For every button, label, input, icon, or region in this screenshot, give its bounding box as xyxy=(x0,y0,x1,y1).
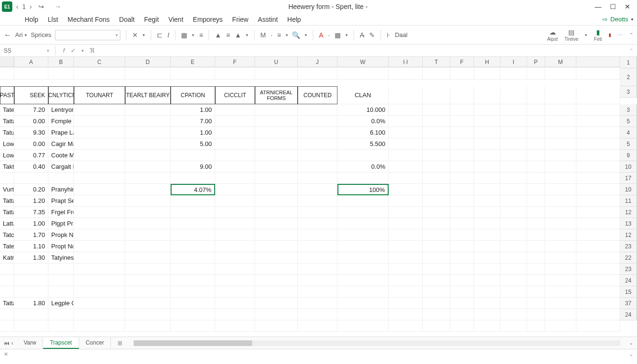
cell[interactable] xyxy=(423,298,450,309)
nav-redo-icon[interactable]: ↪ xyxy=(38,3,44,10)
toolbar-back-icon[interactable]: ← xyxy=(4,31,11,39)
cell-b[interactable] xyxy=(14,264,48,275)
cell[interactable] xyxy=(423,229,450,241)
cell[interactable] xyxy=(450,116,474,127)
cell[interactable] xyxy=(125,195,171,207)
cell[interactable] xyxy=(389,241,423,252)
cell[interactable] xyxy=(389,264,423,275)
cell-f[interactable] xyxy=(171,275,215,286)
lines-dd-icon[interactable]: ▾ xyxy=(286,33,288,37)
cell[interactable] xyxy=(298,68,337,80)
cell-b[interactable]: 1.80 xyxy=(14,298,48,309)
cell[interactable] xyxy=(527,241,545,252)
cell-b[interactable]: 1.10 xyxy=(14,241,48,252)
col-head-F[interactable]: F xyxy=(215,57,255,67)
cell[interactable] xyxy=(255,298,298,309)
cell[interactable] xyxy=(527,150,545,161)
cell-b[interactable]: 0.20 xyxy=(14,184,48,195)
cell[interactable] xyxy=(545,241,576,252)
cell[interactable] xyxy=(125,241,171,252)
row-head-22[interactable]: 22 xyxy=(620,252,637,264)
cell[interactable] xyxy=(125,252,171,264)
cell[interactable] xyxy=(500,207,527,218)
cell[interactable] xyxy=(500,218,527,229)
cell[interactable] xyxy=(527,161,545,173)
cell[interactable] xyxy=(527,116,545,127)
cell[interactable] xyxy=(74,150,125,161)
cell[interactable] xyxy=(576,320,620,332)
cell[interactable] xyxy=(74,320,125,332)
cell[interactable] xyxy=(545,264,576,275)
cell[interactable] xyxy=(576,252,620,264)
cell[interactable] xyxy=(74,207,125,218)
m-icon[interactable]: M xyxy=(260,31,266,39)
cell[interactable] xyxy=(389,275,423,286)
cell[interactable] xyxy=(423,207,450,218)
grid-dd-icon[interactable]: ▾ xyxy=(346,33,348,37)
row-head-5[interactable]: 5 xyxy=(620,138,637,150)
cell[interactable] xyxy=(500,184,527,195)
cell[interactable] xyxy=(298,286,337,298)
cell[interactable] xyxy=(48,68,74,80)
cell-h[interactable] xyxy=(337,286,389,298)
cell[interactable] xyxy=(545,218,576,229)
cell[interactable] xyxy=(389,298,423,309)
cell-c[interactable] xyxy=(48,309,74,320)
cell[interactable] xyxy=(125,138,171,150)
col-head-E[interactable]: E xyxy=(171,57,215,67)
cell[interactable] xyxy=(125,298,171,309)
row-head-17[interactable]: 17 xyxy=(620,173,637,184)
cell[interactable] xyxy=(423,286,450,298)
cell[interactable] xyxy=(0,68,14,80)
row-head-37[interactable]: 37 xyxy=(620,298,637,309)
cell[interactable] xyxy=(298,320,337,332)
cell[interactable] xyxy=(14,68,48,80)
cell[interactable] xyxy=(215,275,255,286)
cell[interactable] xyxy=(74,309,125,320)
cell[interactable] xyxy=(576,207,620,218)
cell-f[interactable]: 4.07% xyxy=(171,184,215,195)
cell[interactable] xyxy=(389,138,423,150)
cell[interactable] xyxy=(255,161,298,173)
cell-c[interactable] xyxy=(48,264,74,275)
cell[interactable] xyxy=(215,150,255,161)
cell[interactable] xyxy=(389,116,423,127)
cell[interactable] xyxy=(576,218,620,229)
cell[interactable] xyxy=(527,275,545,286)
col-head-I[interactable]: I xyxy=(500,57,527,67)
cell[interactable] xyxy=(527,207,545,218)
cell-c[interactable] xyxy=(48,275,74,286)
cell[interactable] xyxy=(74,104,125,116)
cell-b[interactable]: 1.20 xyxy=(14,195,48,207)
cell[interactable] xyxy=(74,173,125,184)
cell[interactable] xyxy=(215,127,255,138)
row-head-12[interactable]: 12 xyxy=(620,229,637,241)
cell[interactable] xyxy=(74,161,125,173)
cell-c[interactable]: Frgel Freciap xyxy=(48,207,74,218)
border-icon[interactable]: ▦ xyxy=(181,31,187,39)
cell[interactable] xyxy=(255,104,298,116)
col-head-J[interactable]: J xyxy=(298,57,337,67)
cell-c[interactable]: Lentryoms xyxy=(48,104,74,116)
cell-f[interactable] xyxy=(171,320,215,332)
cell-f[interactable] xyxy=(171,252,215,264)
cell[interactable] xyxy=(450,241,474,252)
fx-person-icon[interactable]: ℜ xyxy=(90,47,95,54)
cell[interactable] xyxy=(74,264,125,275)
col-head-C[interactable]: C xyxy=(74,57,125,67)
cell[interactable] xyxy=(255,138,298,150)
cell[interactable] xyxy=(298,116,337,127)
fx-collapse-icon[interactable]: ⌃ xyxy=(629,48,637,53)
clear-dd-icon[interactable]: ▾ xyxy=(143,33,145,37)
cell-f[interactable] xyxy=(171,150,215,161)
sheet-first-icon[interactable]: ⏮ xyxy=(4,340,9,346)
indent-left-icon[interactable]: ⊏ xyxy=(157,31,163,39)
sheet-prev-icon[interactable]: ‹ xyxy=(11,340,13,346)
cell-h[interactable]: 5.500 xyxy=(337,138,389,150)
cell[interactable] xyxy=(576,86,620,104)
cell[interactable] xyxy=(389,68,423,80)
row-head-15[interactable]: 15 xyxy=(620,286,637,298)
toolbar-sprices[interactable]: Sprices xyxy=(31,31,51,38)
menu-holp[interactable]: Holp xyxy=(25,16,38,23)
cell[interactable] xyxy=(255,184,298,195)
